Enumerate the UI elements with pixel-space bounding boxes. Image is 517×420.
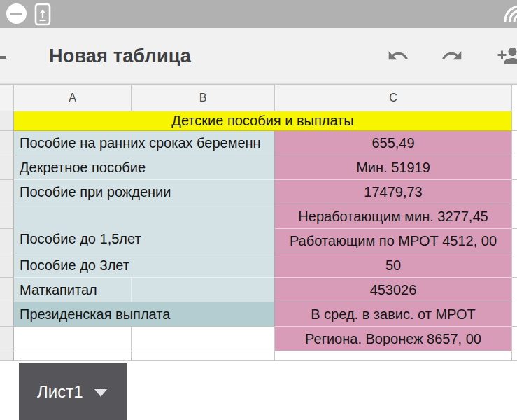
back-icon[interactable] <box>0 56 6 59</box>
row-header[interactable] <box>0 111 14 131</box>
column-sliver <box>512 85 517 111</box>
cell-value[interactable]: Региона. Воронеж 8657, 00 <box>275 327 512 351</box>
cell-label[interactable]: Пособие до 3лет <box>14 253 275 278</box>
chevron-down-icon <box>94 389 107 397</box>
corner-cell[interactable] <box>0 85 14 111</box>
undo-button[interactable] <box>385 43 413 69</box>
status-bar <box>0 0 517 28</box>
cell-value[interactable]: Неработающим мин. 3277,45 <box>275 204 512 229</box>
banner-cell[interactable]: Детские пособия и выплаты <box>14 111 512 131</box>
row-header[interactable] <box>0 302 14 327</box>
sheet-tab-label: Лист1 <box>37 382 83 402</box>
cell-value[interactable]: 655,49 <box>275 131 512 155</box>
cell-label[interactable]: Пособие до 1,5лет <box>14 204 275 253</box>
row-header[interactable] <box>0 229 14 253</box>
spreadsheet-grid: A B C Детские пособия и выплаты Пособие … <box>0 84 517 361</box>
row-header[interactable] <box>0 131 14 155</box>
cell-label[interactable]: Декретное пособие <box>14 155 275 180</box>
row-header[interactable] <box>0 327 14 351</box>
share-button[interactable] <box>494 43 517 69</box>
cell-empty[interactable] <box>14 351 132 361</box>
cell-empty[interactable] <box>132 327 275 351</box>
row-header[interactable] <box>0 155 14 180</box>
screen-share-icon <box>34 3 52 26</box>
cell-value[interactable]: 453026 <box>275 278 512 302</box>
redo-icon <box>439 45 467 67</box>
cell-empty[interactable] <box>275 351 512 361</box>
cell-empty[interactable] <box>14 327 132 351</box>
cell-label[interactable]: Маткапитал <box>14 278 132 302</box>
cell-label[interactable]: Пособие при рождении <box>14 180 275 204</box>
row-header[interactable] <box>0 278 14 302</box>
cell-value[interactable]: В сред. в завис. от МРОТ <box>275 302 512 327</box>
row-header[interactable] <box>0 180 14 204</box>
wifi-icon <box>492 0 517 28</box>
column-header-b[interactable]: B <box>132 85 275 111</box>
undo-icon <box>385 45 413 67</box>
cell-empty[interactable] <box>132 351 275 361</box>
cell-empty[interactable] <box>132 278 275 302</box>
cell-value[interactable]: Мин. 51919 <box>275 155 512 180</box>
cell-label[interactable]: Пособие на ранних сроках беременн <box>14 131 275 155</box>
column-header-a[interactable]: A <box>14 85 132 111</box>
row-header[interactable] <box>0 253 14 278</box>
app-bar: Новая таблица <box>0 28 517 84</box>
redo-button[interactable] <box>439 43 467 69</box>
cell-value[interactable]: Работающим по МРОТ 4512, 00 <box>275 229 512 253</box>
cell-value[interactable]: 17479,73 <box>275 180 512 204</box>
cell-value[interactable]: 50 <box>275 253 512 278</box>
add-people-icon <box>494 43 517 69</box>
cell-label[interactable]: Президенская выплата <box>14 302 275 327</box>
document-title: Новая таблица <box>49 28 191 84</box>
column-header-c[interactable]: C <box>275 85 512 111</box>
row-header[interactable] <box>0 204 14 229</box>
row-header[interactable] <box>0 351 14 361</box>
do-not-disturb-icon <box>6 4 27 24</box>
sheet-tab-list1[interactable]: Лист1 <box>19 363 127 420</box>
